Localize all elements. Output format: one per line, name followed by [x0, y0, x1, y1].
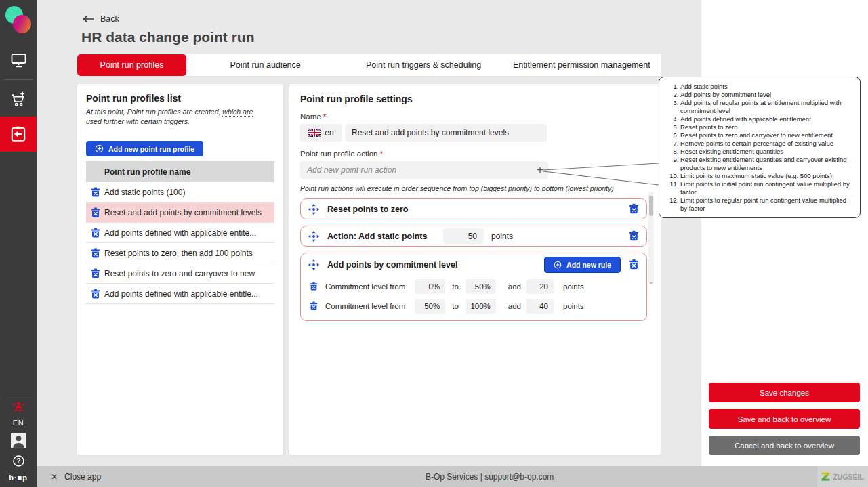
language-selector[interactable]: en [300, 124, 342, 142]
delete-profile-icon[interactable] [90, 207, 101, 218]
profiles-panel-title: Point run profiles list [86, 93, 274, 104]
rule-points-input[interactable] [526, 299, 554, 314]
tooltip-item: Limit points to maximum static value (e.… [680, 172, 853, 180]
delete-profile-icon[interactable] [90, 289, 101, 299]
sidebar-divider [4, 400, 33, 400]
language-code: en [325, 128, 333, 137]
profiles-table-header: Point run profile name [86, 161, 274, 182]
tooltip-item: Limit points to initial point run contin… [680, 180, 853, 196]
action-types-tooltip: Add static points Add points by commitme… [659, 77, 861, 218]
rule-from-input[interactable] [415, 299, 445, 314]
zugseil-z-icon [821, 472, 830, 481]
tab-point-run-audience[interactable]: Point run audience [186, 54, 344, 76]
referral-icon[interactable] [12, 402, 25, 412]
rule-prefix-label: Commitment level from [325, 302, 405, 310]
settings-panel-title: Point run profile settings [300, 93, 650, 104]
actions-scrollbar[interactable]: ⌄ [648, 192, 654, 284]
action-card-add-static-points: Action: Add static points points [300, 226, 647, 247]
action-cards: Reset points to zero Action: Add static … [300, 198, 647, 321]
rule-to-input[interactable] [466, 299, 496, 314]
close-app-button[interactable]: ✕ Close app [51, 472, 101, 482]
commitment-rule-row: Commitment level from to add points. [309, 299, 640, 314]
back-button[interactable]: Back [83, 14, 119, 24]
rule-add-label: add [508, 302, 521, 310]
back-label: Back [100, 14, 119, 24]
profiles-table: Point run profile name Add static points… [86, 161, 274, 304]
cart-add-icon[interactable] [0, 81, 37, 117]
delete-profile-icon[interactable] [90, 228, 101, 238]
callout-lines [543, 160, 659, 187]
rule-add-label: add [508, 282, 521, 291]
profile-row[interactable]: Reset and add points by commitment level… [86, 203, 274, 223]
column-header: Point run profile name [104, 167, 190, 177]
tooltip-item: Add static points [680, 83, 853, 91]
delete-action-icon[interactable] [628, 230, 640, 242]
cancel-back-button[interactable]: Cancel and back to overview [709, 436, 860, 455]
sidebar-divider [4, 79, 33, 80]
profile-row[interactable]: Reset points to zero, then add 100 point… [86, 243, 274, 263]
tooltip-item: Reset points to zero [680, 123, 853, 131]
avatar-icon[interactable] [11, 433, 26, 448]
add-action-input[interactable] [300, 161, 548, 179]
points-suffix: points [491, 232, 513, 241]
plus-circle-icon [95, 144, 104, 153]
tab-point-run-profiles[interactable]: Point run profiles [77, 54, 186, 76]
tooltip-item: Add points of regular points at entitlem… [680, 99, 853, 115]
profile-row[interactable]: Add static points (100) [86, 182, 274, 203]
delete-rule-icon[interactable] [309, 301, 318, 311]
profile-row[interactable]: Reset points to zero and carryover to ne… [86, 263, 274, 284]
tooltip-item: Reset points to zero and carryover to ne… [680, 131, 853, 140]
profile-row[interactable]: Add points defined with applicable entit… [86, 284, 274, 304]
save-back-button[interactable]: Save and back to overview [709, 409, 860, 429]
back-arrow-icon [83, 15, 94, 23]
delete-rule-icon[interactable] [309, 282, 318, 291]
drag-handle-icon[interactable] [308, 203, 320, 215]
page-title: HR data change point run [81, 29, 255, 45]
bop-logo: b·■p [9, 473, 28, 482]
drag-handle-icon[interactable] [308, 230, 320, 242]
action-card-title: Reset points to zero [327, 205, 408, 214]
delete-profile-icon[interactable] [90, 248, 101, 259]
scrollbar-thumb[interactable] [649, 196, 653, 216]
tab-point-run-triggers[interactable]: Point run triggers & scheduling [344, 54, 502, 76]
action-card-title: Action: Add static points [327, 232, 436, 241]
static-points-input[interactable] [443, 228, 484, 244]
tooltip-item: Reset existing entitlement quantities [680, 148, 853, 156]
tooltip-item: Remove points to certain percentage of e… [680, 140, 853, 148]
monitor-icon[interactable] [0, 43, 37, 78]
add-profile-button[interactable]: Add new point run profile [86, 141, 203, 156]
drag-handle-icon[interactable] [308, 259, 320, 271]
profiles-panel-description: At this point, Point run profiles are cr… [86, 107, 255, 126]
tab-bar: Point run profiles Point run audience Po… [77, 54, 661, 76]
scrollbar-down-arrow[interactable]: ⌄ [648, 279, 654, 285]
profile-settings-panel: Point run profile settings Name * en Poi… [289, 84, 661, 455]
delete-action-icon[interactable] [628, 259, 640, 270]
save-actions: Save changes Save and back to overview C… [709, 383, 860, 455]
profile-row[interactable]: Add points defined with applicable entit… [86, 223, 274, 243]
tooltip-item: Limit points to regular point run contin… [680, 196, 853, 213]
rule-points-suffix: points. [563, 302, 586, 310]
rule-to-label: to [452, 302, 459, 310]
profile-name: Add static points (100) [104, 188, 188, 197]
action-card-commitment-level: Add points by commitment level Add new r… [300, 253, 647, 321]
delete-profile-icon[interactable] [90, 187, 101, 198]
help-icon[interactable]: ? [12, 454, 25, 467]
delete-action-icon[interactable] [628, 203, 640, 215]
profile-name-input[interactable] [345, 124, 547, 142]
action-card-title: Add points by commitment level [327, 260, 457, 270]
point-run-icon[interactable] [0, 117, 37, 152]
rule-to-input[interactable] [466, 279, 496, 294]
language-label[interactable]: EN [13, 419, 24, 427]
rule-points-input[interactable] [526, 279, 554, 294]
app-window: EN ? b·■p Back HR data change point [0, 0, 868, 487]
tooltip-item: Reset existing entitlement quantites and… [680, 156, 853, 172]
support-text: B-Op Services | support@b-op.com [426, 472, 554, 482]
uk-flag-icon [308, 129, 321, 137]
save-changes-button[interactable]: Save changes [709, 383, 860, 402]
rule-points-suffix: points. [563, 282, 586, 291]
delete-profile-icon[interactable] [90, 268, 101, 279]
add-new-rule-button[interactable]: Add new rule [544, 257, 621, 273]
rule-from-input[interactable] [415, 279, 445, 294]
tab-entitlement-permission[interactable]: Entitlement permission management [503, 54, 661, 76]
svg-text:?: ? [16, 457, 20, 465]
